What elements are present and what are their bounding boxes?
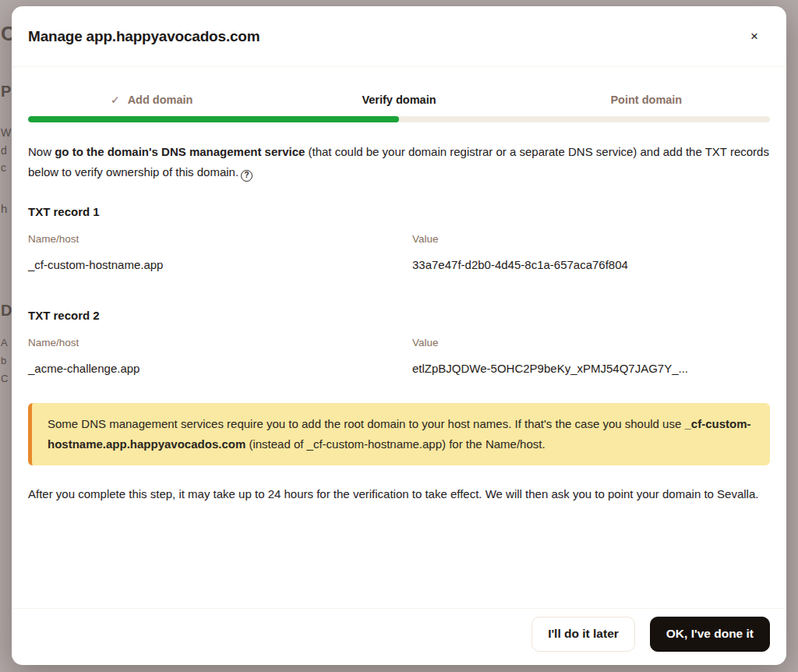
intro-pre: Now	[28, 145, 55, 158]
step-verify-domain: Verify domain	[275, 94, 522, 106]
progress-bar-fill	[28, 116, 399, 122]
step-point-domain: Point domain	[523, 94, 770, 106]
warning-post: (instead of _cf-custom-hostname.app) for…	[245, 437, 545, 451]
warning-pre: Some DNS management services require you…	[48, 417, 684, 430]
manage-domain-modal: Manage app.happyavocados.com × ✓ Add dom…	[12, 6, 786, 665]
txt-record-2: TXT record 2 Name/host Value _acme-chall…	[28, 309, 770, 375]
step-label: Verify domain	[362, 94, 436, 106]
modal-footer: I'll do it later OK, I've done it	[12, 608, 786, 665]
name-host-value: _cf-custom-hostname.app	[28, 258, 412, 271]
record-title: TXT record 2	[28, 309, 770, 322]
step-label: Point domain	[610, 94, 682, 106]
modal-title: Manage app.happyavocados.com	[28, 28, 260, 45]
intro-bold: go to the domain's DNS management servic…	[55, 145, 305, 158]
name-host-label: Name/host	[28, 337, 412, 348]
check-icon: ✓	[111, 94, 120, 106]
value-label: Value	[412, 337, 770, 348]
intro-paragraph: Now go to the domain's DNS management se…	[28, 142, 770, 182]
step-label: Add domain	[128, 94, 193, 106]
value-label: Value	[412, 233, 770, 245]
value-value: etlZpBJQDWe-5OHC2P9beKy_xPMJ54Q7JAG7Y_..…	[412, 362, 770, 375]
record-title: TXT record 1	[28, 205, 770, 218]
value-value: 33a7e47f-d2b0-4d45-8c1a-657aca76f804	[412, 258, 770, 271]
backdrop-fragments: CPWdchDAbC	[0, 0, 12, 672]
step-add-domain: ✓ Add domain	[28, 94, 275, 106]
warning-callout: Some DNS management services require you…	[28, 403, 770, 465]
close-icon[interactable]: ×	[746, 25, 763, 48]
do-it-later-button[interactable]: I'll do it later	[531, 617, 635, 652]
help-icon[interactable]: ?	[241, 170, 252, 182]
wizard-steps: ✓ Add domain Verify domain Point domain	[28, 94, 770, 106]
txt-record-1: TXT record 1 Name/host Value _cf-custom-…	[28, 205, 770, 271]
name-host-label: Name/host	[28, 233, 412, 245]
modal-header: Manage app.happyavocados.com ×	[12, 6, 786, 67]
name-host-value: _acme-challenge.app	[28, 362, 412, 375]
ok-done-button[interactable]: OK, I've done it	[650, 617, 770, 652]
progress-bar-track	[28, 116, 770, 122]
modal-body: ✓ Add domain Verify domain Point domain …	[12, 94, 786, 635]
outro-paragraph: After you complete this step, it may tak…	[28, 484, 770, 504]
